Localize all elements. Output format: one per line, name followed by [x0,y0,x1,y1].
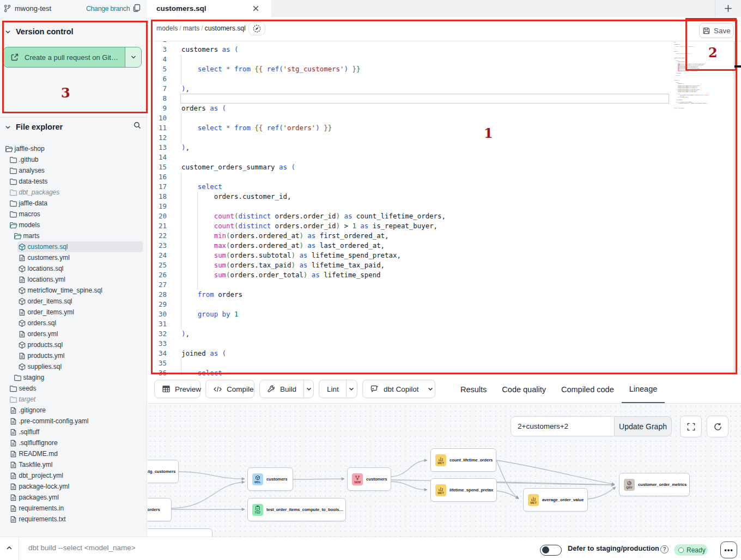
tab-lineage[interactable]: Lineage [622,375,665,403]
file-tree-item--github[interactable]: .github [0,154,147,165]
line-number: 33 [148,339,167,349]
lineage-node-orders[interactable]: MDL orders [148,498,172,521]
create-pull-request-button[interactable]: Create a pull request on Git… [3,47,142,68]
build-button[interactable]: Build [259,380,314,398]
help-icon[interactable]: ? [660,545,669,553]
lineage-node-count-lifetime-orders[interactable]: MET count_lifetime_orders [430,448,496,472]
file-tree-item-staging[interactable]: staging [0,372,147,383]
file-tree-item-dbt-packages[interactable]: dbt_packages [0,187,147,198]
split-dropdown[interactable] [303,380,313,398]
create-pull-request-main[interactable]: Create a pull request on Git… [4,47,125,67]
file-tree-item-customers-yml[interactable]: customers.yml [0,252,147,263]
file-tree-item-jaffle-data[interactable]: jaffle-data [0,198,147,209]
lineage-panel[interactable]: MDL stg_customersMDL ordersMDL customers… [148,404,741,537]
lineage-node-average-order-value[interactable]: MET average_order_value [523,488,588,512]
fullscreen-button[interactable] [680,416,702,437]
lint-button[interactable]: Lint [319,380,357,398]
file-tree-item-models[interactable]: models [0,220,147,230]
file-tree-item--pre-commit-config-yaml[interactable]: .pre-commit-config.yaml [0,416,147,427]
code-line: select * from {{ ref('orders') }} [181,123,332,133]
file-tree-item-readme-md[interactable]: README.md [0,448,147,459]
new-tab-plus-icon[interactable] [723,3,733,14]
file-tree-item-jaffle-shop[interactable]: jaffle-shop [0,143,147,154]
command-input[interactable]: dbt build --select <model_name> [28,544,136,552]
file-tree-item-data-tests[interactable]: data-tests [0,176,147,187]
file-tree-item-taskfile-yml[interactable]: Taskfile.yml [0,459,147,470]
file-tree-item-requirements-in[interactable]: requirements.in [0,503,147,514]
lineage-node-lifetime-spend-pretax[interactable]: MET lifetime_spend_pretax [430,478,497,502]
file-tree-item-requirements-txt[interactable]: requirements.txt [0,514,147,525]
tab-code-quality[interactable]: Code quality [494,375,554,403]
file-tree-item-macros[interactable]: macros [0,209,147,220]
lineage-node-stg-customers[interactable]: MDL stg_customers [148,460,179,483]
refresh-button[interactable] [707,416,728,437]
tab-results[interactable]: Results [453,375,494,403]
expand-command-bar-icon[interactable] [5,544,13,552]
version-control-header[interactable]: Version control [0,26,147,38]
node-label: stg_customers [148,469,175,474]
code-icon [213,385,222,393]
search-icon[interactable] [133,121,142,130]
file-tree-item--sqlfluff[interactable]: .sqlfluff [0,427,147,437]
tab-customers-sql[interactable]: customers.sql [147,0,271,17]
file-tree-item-orders-sql[interactable]: orders.sql [0,318,147,328]
file-tree-item-package-lock-yml[interactable]: package-lock.yml [0,481,147,492]
code-line: count(distinct orders.order_id) > 1 as i… [181,221,438,231]
line-number: 16 [148,172,167,182]
breadcrumb-part[interactable]: models [156,25,178,32]
file-tree-item-products-yml[interactable]: products.yml [0,350,147,361]
file-tree-label: customers.sql [28,243,68,251]
open-in-explorer-button[interactable] [248,22,265,35]
tab-compiled-code[interactable]: Compiled code [554,375,622,403]
file-tree-item-metricflow-time-spine-sql[interactable]: metricflow_time_spine.sql [0,285,147,296]
file-tree-item-orders-yml[interactable]: orders.yml [0,328,147,339]
lineage-node-customer-order-metrics[interactable]: QRY customer_order_metrics [619,473,690,496]
file-tree-item-locations-yml[interactable]: locations.yml [0,274,147,285]
file-tree-item--sqlfluffignore[interactable]: .sqlfluffignore [0,437,147,448]
lineage-node-customers[interactable]: MDL customers [247,467,293,491]
line-number: 27 [148,280,167,290]
editor-minimap[interactable]: with customers as ( select * from {{ ref… [674,41,709,108]
version-control-title: Version control [16,27,74,36]
file-tree-item-locations-sql[interactable]: locations.sql [0,263,147,274]
pull-request-dropdown[interactable] [125,47,141,67]
file-explorer-header[interactable]: File explorer [0,121,147,133]
file-tree-item-packages-yml[interactable]: packages.yml [0,492,147,503]
compile-button[interactable]: Compile [205,380,254,398]
doc-icon [9,461,18,470]
lineage-node-[interactable] [148,528,212,537]
dbt-copilot-button[interactable]: dbt Copilot [362,380,435,398]
folder-icon [9,188,18,197]
file-tree-item-order-items-sql[interactable]: order_items.sql [0,296,147,307]
file-tree-item-order-items-yml[interactable]: order_items.yml [0,307,147,318]
file-tree-item-dbt-project-yml[interactable]: dbt_project.yml [0,470,147,481]
code-area[interactable]: 23customers as (45 select * from {{ ref(… [148,35,741,375]
lineage-query-input[interactable]: 2+customers+2 [511,416,615,436]
node-type-icon: TST [252,504,263,516]
copy-branch-icon[interactable] [132,4,141,15]
file-tree-item--gitignore[interactable]: .gitignore [0,405,147,416]
preview-button[interactable]: Preview [154,380,201,398]
file-tree-item-marts[interactable]: marts [0,230,147,241]
file-tree-label: data-tests [19,178,48,185]
chevron-down-icon[interactable] [427,386,434,392]
file-tree-item-seeds[interactable]: seeds [0,383,147,394]
update-graph-button[interactable]: Update Graph [615,416,672,436]
file-tree-item-analyses[interactable]: analyses [0,165,147,176]
lineage-edge [588,487,616,499]
split-dropdown[interactable] [346,380,357,398]
save-button[interactable]: Save [699,23,734,38]
lineage-node-customers[interactable]: SEM customers [347,467,391,491]
more-options-button[interactable]: ••• [720,541,737,558]
lineage-node-test-order-items-compute-to-bools-[interactable]: TST test_order_items_compute_to_bools… [247,498,346,521]
file-tree-item-supplies-sql[interactable]: supplies.sql [0,361,147,372]
tab-close-icon[interactable] [252,4,260,13]
file-tree-item-customers-sql[interactable]: customers.sql [0,241,147,252]
change-branch-link[interactable]: Change branch [86,5,130,13]
file-tree-item-products-sql[interactable]: products.sql [0,339,147,350]
breadcrumb-part[interactable]: marts [183,25,199,32]
compass-icon [252,24,262,33]
defer-toggle[interactable] [540,545,562,556]
file-tree-item-target[interactable]: target [0,394,147,405]
sidebar-divider [0,117,147,118]
